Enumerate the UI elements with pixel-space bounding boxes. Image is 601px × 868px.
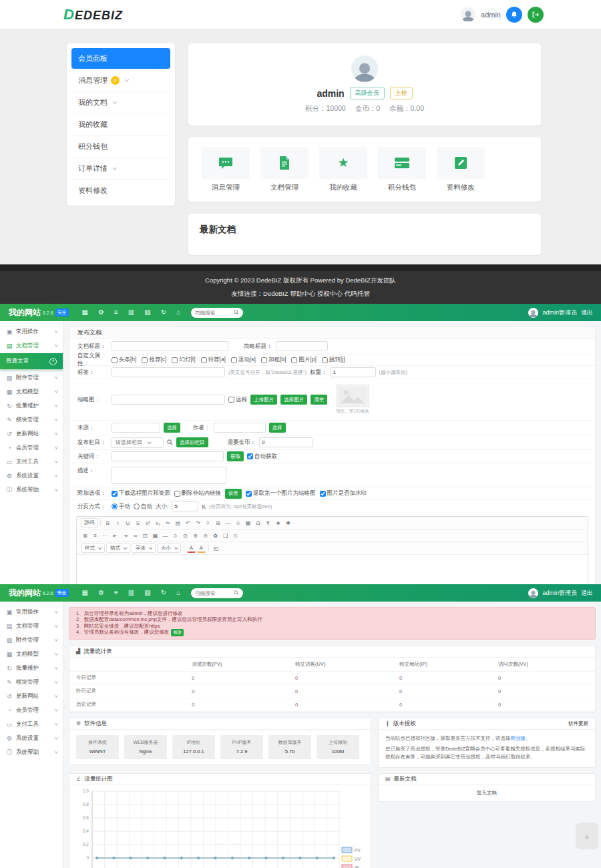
shortcut-0[interactable]: 消息管理 xyxy=(202,147,250,192)
subcolumn-button[interactable]: 选择副栏目 xyxy=(176,437,208,447)
admin-avatar[interactable] xyxy=(528,588,538,598)
attr-checkbox-0[interactable] xyxy=(112,357,118,363)
editor-tool-☺[interactable]: ☺ xyxy=(234,519,242,527)
user-avatar[interactable] xyxy=(461,7,475,22)
choose-image-button[interactable]: 选择图片 xyxy=(280,395,307,405)
menu-item-7[interactable]: ◔会员管理 xyxy=(0,703,63,717)
menu-item-9[interactable]: ⚙系统设置 xyxy=(0,731,63,745)
shortcut-2[interactable]: ★我的收藏 xyxy=(319,147,367,192)
shortcut-3[interactable]: 积分钱包 xyxy=(378,147,426,192)
sidebar-item-6[interactable]: 资料修改 xyxy=(71,179,170,201)
menu-item-3[interactable]: ▦文档模型 xyxy=(0,385,63,399)
member-rank-badge[interactable]: 上校 xyxy=(390,87,413,99)
highlight-color-button[interactable]: A xyxy=(197,544,206,553)
editor-tool-B[interactable]: B xyxy=(104,519,112,527)
editor-tool-▦[interactable]: ▦ xyxy=(244,519,252,527)
editor-tool2-7[interactable]: ▦ xyxy=(151,531,160,540)
paging-auto-radio[interactable] xyxy=(134,503,140,509)
editor-tool2-3[interactable]: ⇤ xyxy=(111,531,120,540)
safe-badge[interactable]: 安全 xyxy=(55,589,69,597)
friend-links-line[interactable]: 友情连接：DedeBIZ 帮助中心 授权中心 代码托管 xyxy=(232,290,370,298)
topbar-icon-1[interactable]: ⚙ xyxy=(98,590,104,596)
add-document-icon[interactable]: + xyxy=(49,358,57,365)
menu-item-3[interactable]: ▦文档模型 xyxy=(0,647,63,661)
admin-avatar[interactable] xyxy=(528,308,538,318)
shortcut-1[interactable]: 文档管理 xyxy=(260,147,309,192)
editor-content-area[interactable] xyxy=(77,555,588,584)
editor-tool2-10[interactable]: Ω xyxy=(181,531,190,540)
option-checkbox-2[interactable] xyxy=(246,491,252,497)
site-name[interactable]: 我的网站 xyxy=(9,588,41,599)
topbar-icon-5[interactable]: ↻ xyxy=(161,309,166,316)
short-title-input[interactable] xyxy=(276,341,328,351)
paging-size-input[interactable] xyxy=(172,501,198,511)
editor-tool-✚[interactable]: ✚ xyxy=(284,519,292,527)
alert-fix-button[interactable]: 修改 xyxy=(171,629,184,636)
editor-tool-x₂[interactable]: x₂ xyxy=(154,519,162,527)
menu-item-9[interactable]: ⚙系统设置 xyxy=(0,469,63,483)
submenu-item-active[interactable]: 普通文章+ xyxy=(0,353,63,369)
sidebar-item-5[interactable]: 订单详情 xyxy=(71,157,170,179)
fetch-keywords-button[interactable]: 获取 xyxy=(227,451,244,461)
editor-dropdown-2[interactable]: 字体 xyxy=(132,544,156,553)
notifications-button[interactable] xyxy=(506,7,522,23)
editor-tool-⊞[interactable]: ⊞ xyxy=(214,519,222,527)
search-icon[interactable] xyxy=(234,310,239,315)
menu-item-7[interactable]: ◔会员管理 xyxy=(0,441,63,455)
topbar-icon-4[interactable]: ▧ xyxy=(144,590,150,596)
site-name[interactable]: 我的网站 xyxy=(9,307,41,318)
editor-tool-Ω[interactable]: Ω xyxy=(254,519,262,527)
search-input[interactable] xyxy=(195,590,231,596)
topbar-icon-4[interactable]: ▧ xyxy=(144,309,150,316)
editor-tool-↷[interactable]: ↷ xyxy=(194,519,202,527)
column-select[interactable]: 请选择栏目 xyxy=(112,437,164,448)
back-to-top-button[interactable]: ▲ xyxy=(576,823,598,849)
topbar-icon-1[interactable]: ⚙ xyxy=(98,309,104,316)
editor-tool-¶[interactable]: ¶ xyxy=(264,519,272,527)
editor-tool2-4[interactable]: ⇥ xyxy=(121,531,130,540)
topbar-icon-2[interactable]: ≡ xyxy=(114,309,118,316)
logout-link[interactable]: 退出 xyxy=(581,308,593,317)
attr-checkbox-6[interactable] xyxy=(291,357,297,363)
menu-item-6[interactable]: ↺更新网站 xyxy=(0,689,63,703)
menu-item-2[interactable]: ▨附件管理 xyxy=(0,633,63,647)
topbar-icon-6[interactable]: ⌂ xyxy=(176,590,180,596)
topbar-icon-2[interactable]: ≡ xyxy=(114,590,118,596)
tags-input[interactable] xyxy=(112,367,225,377)
editor-tool2-5[interactable]: ∞ xyxy=(131,531,140,540)
editor-dropdown-0[interactable]: 样式 xyxy=(81,544,105,553)
text-color-button[interactable]: A xyxy=(187,544,196,553)
menu-item-10[interactable]: ⓘ系统帮助 xyxy=(0,483,63,497)
doc-title-input[interactable] xyxy=(112,341,228,351)
logout-link[interactable]: 退出 xyxy=(581,589,593,598)
sidebar-item-4[interactable]: 积分钱包 xyxy=(71,135,170,157)
editor-tool-≡[interactable]: ≡ xyxy=(204,519,212,527)
fullscreen-button[interactable]: ◰ xyxy=(212,544,220,553)
menu-item-4[interactable]: ↻批量维护 xyxy=(0,399,63,413)
editor-tool2-0[interactable]: ≣ xyxy=(81,531,89,540)
option-action-button[interactable]: 设置 xyxy=(225,489,242,499)
software-update-link[interactable]: 软件更新 xyxy=(568,720,588,727)
safe-badge[interactable]: 安全 xyxy=(55,308,69,316)
editor-tool-✂[interactable]: ✂ xyxy=(164,519,172,527)
editor-tool2-9[interactable]: ☺ xyxy=(171,531,180,540)
editor-tool-I[interactable]: I xyxy=(114,519,122,527)
author-input[interactable] xyxy=(214,423,266,433)
menu-item-6[interactable]: ↺更新网站 xyxy=(0,427,63,441)
search-input[interactable] xyxy=(195,310,231,316)
editor-tool2-11[interactable]: ⊕ xyxy=(191,531,200,540)
attr-checkbox-5[interactable] xyxy=(261,357,267,363)
topbar-icon-3[interactable]: ▥ xyxy=(128,590,134,596)
menu-item-1[interactable]: ▤文档管理 xyxy=(0,619,63,633)
attr-checkbox-3[interactable] xyxy=(201,357,207,363)
paging-manual-radio[interactable] xyxy=(112,503,118,509)
menu-item-1[interactable]: ▤文档管理 xyxy=(0,339,63,353)
editor-tool2-13[interactable]: ✿ xyxy=(211,531,220,540)
member-level-badge[interactable]: 高级会员 xyxy=(350,87,385,99)
commercial-link[interactable]: 商业版 xyxy=(511,735,526,741)
logout-button[interactable] xyxy=(528,7,544,23)
editor-tool-S[interactable]: S xyxy=(134,519,142,527)
editor-tool2-8[interactable]: — xyxy=(161,531,170,540)
option-checkbox-1[interactable] xyxy=(174,491,180,497)
autofetch-checkbox[interactable] xyxy=(247,453,253,459)
